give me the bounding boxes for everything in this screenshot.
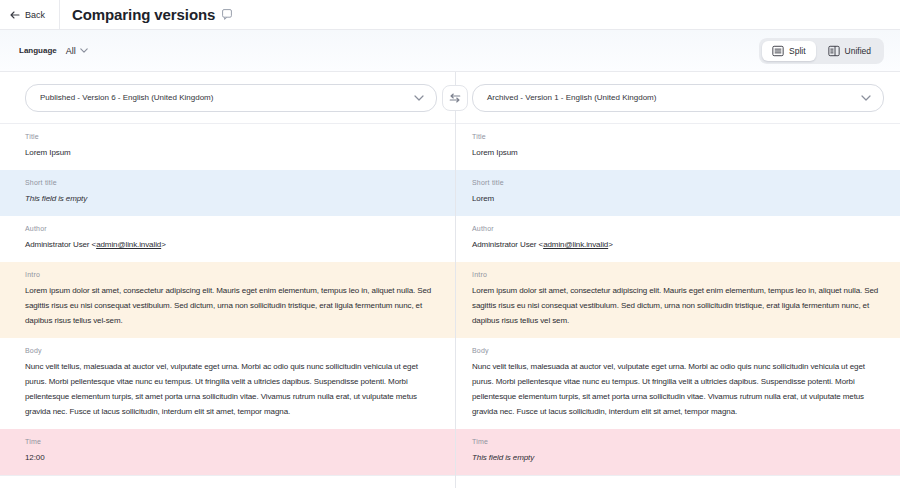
chevron-down-icon xyxy=(414,95,424,101)
field-row-title: Title Lorem Ipsum Title Lorem Ipsum xyxy=(0,124,900,170)
field-label: Body xyxy=(472,346,884,355)
field-value: Administrator User <admin@link.invalid> xyxy=(25,237,437,252)
left-version-dropdown[interactable]: Published - Version 6 - English (United … xyxy=(25,84,437,112)
field-cell: Author Administrator User <admin@link.in… xyxy=(455,216,900,262)
field-cell: Body Nunc velit tellus, malesuada at auc… xyxy=(0,338,455,429)
author-name: Administrator User < xyxy=(472,240,543,249)
field-label: Intro xyxy=(25,270,437,279)
field-label: Title xyxy=(472,132,884,141)
comment-bubble-icon xyxy=(222,9,232,20)
field-row-body: Body Nunc velit tellus, malesuada at auc… xyxy=(0,338,900,429)
author-email-link[interactable]: admin@link.invalid xyxy=(96,240,161,249)
field-cell: Time This field is empty xyxy=(455,429,900,475)
field-label: Title xyxy=(25,132,437,141)
page-title: Comparing versions xyxy=(72,6,215,23)
field-value: Lorem ipsum dolor sit amet, consectetur … xyxy=(25,283,437,328)
author-name: Administrator User < xyxy=(25,240,96,249)
unified-view-label: Unified xyxy=(845,46,871,56)
field-value: 12:00 xyxy=(25,450,437,465)
field-value: Administrator User <admin@link.invalid> xyxy=(472,237,884,252)
author-email-link[interactable]: admin@link.invalid xyxy=(543,240,608,249)
author-suffix: > xyxy=(161,240,166,249)
author-suffix: > xyxy=(608,240,613,249)
split-view-button[interactable]: Split xyxy=(762,41,816,61)
field-cell: Title Lorem Ipsum xyxy=(0,124,455,170)
field-cell: Short title Lorem xyxy=(455,170,900,216)
field-row-short-title: Short title This field is empty Short ti… xyxy=(0,170,900,216)
field-value: Nunc velit tellus, malesuada at auctor v… xyxy=(25,359,437,419)
field-label: Author xyxy=(25,224,437,233)
field-label: Time xyxy=(25,437,437,446)
field-cell: Body Nunc velit tellus, malesuada at auc… xyxy=(455,338,900,429)
field-cell: Short title This field is empty xyxy=(0,170,455,216)
chevron-down-icon xyxy=(861,95,871,101)
field-cell: Author Administrator User <admin@link.in… xyxy=(0,216,455,262)
field-value-empty: This field is empty xyxy=(472,450,884,465)
field-cell: Time 12:00 xyxy=(0,429,455,475)
field-label: Author xyxy=(472,224,884,233)
right-version-dropdown[interactable]: Archived - Version 1 - English (United K… xyxy=(472,84,884,112)
field-row-intro: Intro Lorem ipsum dolor sit amet, consec… xyxy=(0,262,900,338)
left-version-value: Published - Version 6 - English (United … xyxy=(40,93,213,102)
field-value: Lorem Ipsum xyxy=(472,145,884,160)
language-value: All xyxy=(66,46,76,56)
left-selector-cell: Published - Version 6 - English (United … xyxy=(0,84,455,112)
field-cell: Title Lorem Ipsum xyxy=(455,124,900,170)
field-cell: Intro Lorem ipsum dolor sit amet, consec… xyxy=(0,262,455,338)
version-selector-row: Published - Version 6 - English (United … xyxy=(0,72,900,124)
arrow-left-icon xyxy=(10,11,20,19)
field-label: Short title xyxy=(25,178,437,187)
field-value: Lorem ipsum dolor sit amet, consectetur … xyxy=(472,283,884,328)
field-value: Lorem xyxy=(472,191,884,206)
field-value: Lorem Ipsum xyxy=(25,145,437,160)
split-view-icon xyxy=(772,45,784,57)
field-cell: Intro Lorem ipsum dolor sit amet, consec… xyxy=(455,262,900,338)
right-version-value: Archived - Version 1 - English (United K… xyxy=(487,93,656,102)
top-header-bar: Back Comparing versions xyxy=(0,0,900,30)
field-label: Time xyxy=(472,437,884,446)
language-label: Language xyxy=(19,46,57,55)
back-button[interactable]: Back xyxy=(0,0,59,29)
chevron-down-icon xyxy=(80,48,88,53)
view-mode-toggle: Split Unified xyxy=(759,38,884,64)
field-row-time: Time 12:00 Time This field is empty xyxy=(0,429,900,475)
split-view-label: Split xyxy=(789,46,806,56)
bottom-spacer xyxy=(0,475,900,488)
language-dropdown[interactable]: All xyxy=(66,46,88,56)
header-divider xyxy=(59,0,60,29)
field-label: Body xyxy=(25,346,437,355)
field-value: Nunc velit tellus, malesuada at auctor v… xyxy=(472,359,884,419)
compare-panel: Published - Version 6 - English (United … xyxy=(0,72,900,488)
swap-horizontal-icon xyxy=(449,93,461,103)
field-row-author: Author Administrator User <admin@link.in… xyxy=(0,216,900,262)
field-label: Intro xyxy=(472,270,884,279)
unified-view-icon xyxy=(828,45,840,57)
compare-toolbar: Language All Split Unified xyxy=(0,30,900,72)
vertical-divider xyxy=(455,72,456,488)
unified-view-button[interactable]: Unified xyxy=(818,41,881,61)
field-value-empty: This field is empty xyxy=(25,191,437,206)
back-label: Back xyxy=(25,10,45,20)
field-label: Short title xyxy=(472,178,884,187)
right-selector-cell: Archived - Version 1 - English (United K… xyxy=(455,84,900,112)
swap-versions-button[interactable] xyxy=(442,85,468,111)
language-filter: Language All xyxy=(19,46,88,56)
